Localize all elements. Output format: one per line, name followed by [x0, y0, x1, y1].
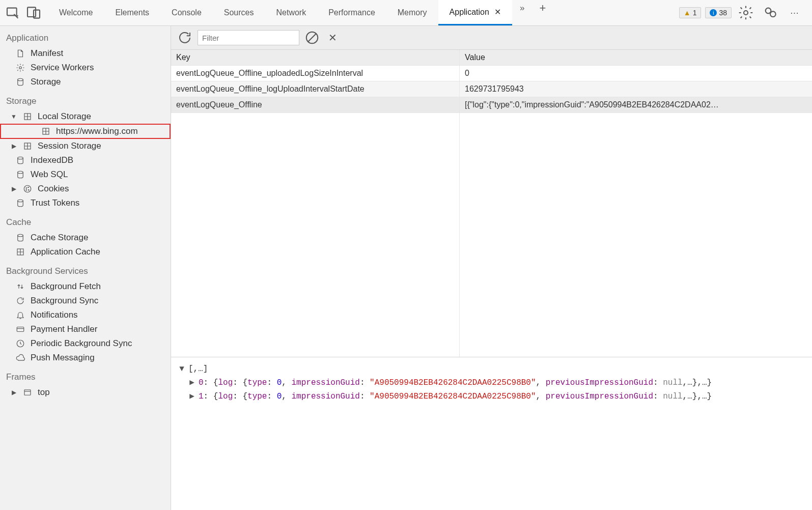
- more-tabs-icon[interactable]: »: [514, 0, 530, 16]
- top-right-controls: ▲ 1 i 38 ⋯: [679, 5, 805, 21]
- table-header-row: Key Value: [171, 50, 812, 66]
- cylinder-icon: [15, 77, 25, 87]
- main-area: Application Manifest Service Workers Sto…: [0, 26, 812, 510]
- chevron-right-icon: ▶: [10, 143, 17, 150]
- svg-point-16: [29, 190, 30, 191]
- svg-point-12: [18, 171, 23, 174]
- sidebar-item-periodic-sync[interactable]: Periodic Background Sync: [0, 336, 171, 351]
- issues-count: 38: [719, 9, 727, 17]
- delete-selected-icon[interactable]: ✕: [325, 30, 340, 45]
- section-cache-title: Cache: [0, 210, 171, 231]
- cylinder-icon: [15, 233, 25, 243]
- card-icon: [15, 324, 25, 334]
- svg-point-15: [28, 187, 29, 188]
- tab-performance[interactable]: Performance: [317, 0, 386, 25]
- cylinder-icon: [15, 155, 25, 165]
- svg-point-18: [18, 200, 23, 202]
- svg-point-5: [770, 11, 776, 17]
- refresh-icon: [15, 296, 25, 306]
- section-background-title: Background Services: [0, 259, 171, 279]
- svg-point-19: [18, 234, 23, 237]
- toggle-device-icon[interactable]: [25, 5, 42, 21]
- tab-application[interactable]: Application ✕: [438, 0, 512, 25]
- sidebar-item-notifications[interactable]: Notifications: [0, 308, 171, 322]
- sidebar-item-websql[interactable]: Web SQL: [0, 167, 171, 182]
- file-icon: [15, 48, 25, 59]
- chevron-down-icon: ▼: [178, 362, 185, 376]
- svg-point-17: [26, 190, 27, 191]
- section-storage-title: Storage: [0, 89, 171, 109]
- sidebar-item-service-workers[interactable]: Service Workers: [0, 61, 171, 75]
- updown-icon: [15, 281, 25, 292]
- col-header-value[interactable]: Value: [460, 50, 812, 66]
- table-row[interactable]: eventLogQueue_Offline [{"log":{"type":0,…: [171, 97, 812, 113]
- clock-icon: [15, 338, 25, 349]
- sidebar-item-storage-overview[interactable]: Storage: [0, 75, 171, 89]
- tab-sources[interactable]: Sources: [213, 0, 265, 25]
- warning-icon: ▲: [684, 9, 691, 17]
- warnings-badge[interactable]: ▲ 1: [679, 7, 702, 18]
- table-row[interactable]: eventLogQueue_Offline_logUploadIntervalS…: [171, 81, 812, 97]
- sidebar-item-frame-top[interactable]: ▶ top: [0, 385, 171, 400]
- gear-icon: [15, 63, 25, 73]
- grid-icon: [22, 111, 33, 122]
- application-sidebar: Application Manifest Service Workers Sto…: [0, 26, 171, 510]
- sidebar-item-indexeddb[interactable]: IndexedDB: [0, 153, 171, 167]
- window-icon: [22, 387, 33, 398]
- svg-rect-21: [17, 327, 24, 332]
- svg-point-3: [744, 11, 748, 15]
- sidebar-item-cookies[interactable]: ▶ Cookies: [0, 182, 171, 196]
- tab-welcome[interactable]: Welcome: [48, 0, 104, 25]
- chevron-right-icon: ▶: [188, 376, 195, 390]
- devtools-top-bar: Welcome Elements Console Sources Network…: [0, 0, 812, 26]
- tab-network[interactable]: Network: [265, 0, 318, 25]
- more-options-icon[interactable]: ⋯: [787, 5, 803, 21]
- sidebar-item-trust-tokens[interactable]: Trust Tokens: [0, 196, 171, 210]
- issues-badge[interactable]: i 38: [705, 7, 732, 18]
- sidebar-item-payment-handler[interactable]: Payment Handler: [0, 322, 171, 336]
- sidebar-item-background-sync[interactable]: Background Sync: [0, 294, 171, 308]
- sidebar-item-local-storage[interactable]: ▼ Local Storage: [0, 109, 171, 124]
- storage-toolbar: ✕: [171, 26, 812, 50]
- section-application-title: Application: [0, 26, 171, 46]
- table-row[interactable]: eventLogQueue_Offline_uploadedLogSizeInI…: [171, 66, 812, 81]
- bell-icon: [15, 310, 25, 320]
- tab-memory[interactable]: Memory: [386, 0, 438, 25]
- storage-table: Key Value eventLogQueue_Offline_uploaded…: [171, 50, 812, 357]
- col-header-key[interactable]: Key: [171, 50, 460, 66]
- close-icon[interactable]: ✕: [494, 7, 501, 17]
- cylinder-icon: [15, 169, 25, 180]
- svg-point-13: [24, 185, 31, 192]
- refresh-icon[interactable]: [177, 30, 192, 45]
- clear-all-icon[interactable]: [304, 30, 320, 45]
- grid-icon: [22, 141, 33, 151]
- feedback-icon[interactable]: [762, 5, 778, 21]
- cloud-icon: [15, 353, 25, 363]
- svg-point-7: [18, 78, 23, 81]
- chevron-right-icon: ▶: [188, 390, 195, 404]
- chevron-down-icon: ▼: [10, 113, 17, 120]
- tab-elements[interactable]: Elements: [104, 0, 160, 25]
- sidebar-item-local-storage-origin[interactable]: https://www.bing.com: [0, 124, 171, 139]
- tab-console[interactable]: Console: [160, 0, 213, 25]
- sidebar-item-background-fetch[interactable]: Background Fetch: [0, 279, 171, 294]
- preview-root-row[interactable]: ▼ [,…]: [178, 362, 805, 376]
- sidebar-item-session-storage[interactable]: ▶ Session Storage: [0, 139, 171, 153]
- chevron-right-icon: ▶: [10, 185, 17, 192]
- preview-item-row[interactable]: ▶ 0: {log: {type: 0, impressionGuid: "A9…: [178, 376, 805, 390]
- inspect-element-icon[interactable]: [5, 5, 21, 21]
- sidebar-item-application-cache[interactable]: Application Cache: [0, 245, 171, 259]
- add-tab-icon[interactable]: +: [535, 0, 551, 16]
- chevron-right-icon: ▶: [10, 389, 17, 396]
- storage-content: ✕ Key Value eventLogQueue_Offline_upload…: [171, 26, 812, 510]
- sidebar-item-cache-storage[interactable]: Cache Storage: [0, 231, 171, 245]
- info-icon: i: [710, 9, 717, 16]
- svg-point-11: [18, 157, 23, 159]
- settings-icon[interactable]: [738, 5, 754, 21]
- sidebar-item-push-messaging[interactable]: Push Messaging: [0, 351, 171, 365]
- svg-point-14: [26, 188, 27, 189]
- sidebar-item-manifest[interactable]: Manifest: [0, 46, 171, 61]
- preview-item-row[interactable]: ▶ 1: {log: {type: 0, impressionGuid: "A9…: [178, 390, 805, 404]
- grid-icon: [41, 126, 51, 136]
- filter-input[interactable]: [198, 30, 299, 45]
